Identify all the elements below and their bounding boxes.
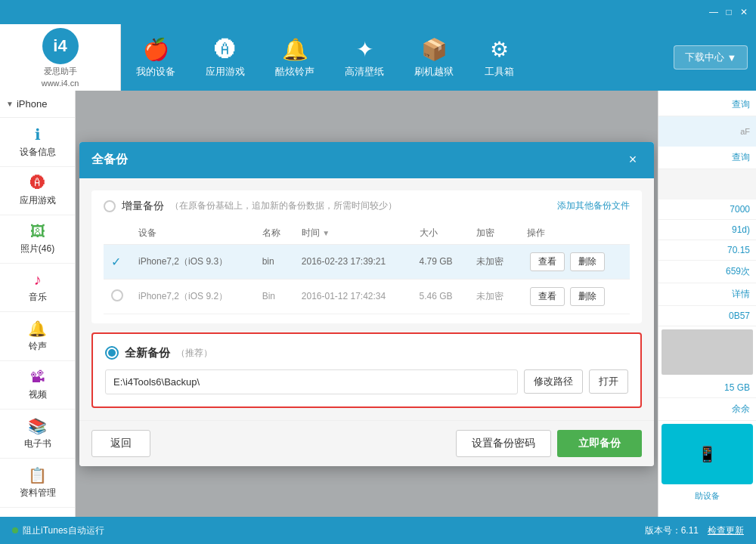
tab-jailbreak[interactable]: 📦 刷机越狱 xyxy=(399,24,469,91)
rp-item-8[interactable]: 0B57 xyxy=(658,306,756,326)
row1-name: bin xyxy=(255,244,294,279)
rp-item-4[interactable]: 91d) xyxy=(658,220,756,240)
tab-apps[interactable]: 🅐 应用游戏 xyxy=(191,24,260,91)
row2-radio[interactable] xyxy=(111,289,123,301)
row1-encrypted: 未加密 xyxy=(469,244,519,279)
modal-dialog: 全备份 × 增量备份 （在原备份基础上，追加新的备份数据，所需时间较少） 添加其… xyxy=(79,142,654,466)
backup-table: 设备 名称 时间 ▼ xyxy=(104,222,630,314)
inc-backup-note: （在原备份基础上，追加新的备份数据，所需时间较少） xyxy=(170,199,397,212)
check-update-button[interactable]: 检查更新 xyxy=(708,524,744,537)
tab-apps-label: 应用游戏 xyxy=(206,65,245,79)
full-backup-header: 全新备份 （推荐） xyxy=(105,346,628,360)
sidebar-device: ▼ iPhone xyxy=(0,91,75,118)
row1-size: 4.79 GB xyxy=(412,244,469,279)
sidebar-item-device-info[interactable]: ℹ 设备信息 xyxy=(0,118,75,167)
tab-my-device[interactable]: 🍎 我的设备 xyxy=(121,24,191,91)
sidebar-device-info-label: 设备信息 xyxy=(20,146,56,159)
rp-item-7[interactable]: 详情 xyxy=(658,283,756,306)
title-bar-controls: — □ ✕ xyxy=(708,6,750,18)
path-area: 修改路径 打开 xyxy=(105,369,628,394)
rp-install-link[interactable]: 助设备 xyxy=(658,487,756,505)
full-backup-radio[interactable] xyxy=(105,346,119,360)
sidebar-apps-label: 应用游戏 xyxy=(20,194,56,207)
tab-ringtones-label: 酷炫铃声 xyxy=(275,65,314,79)
table-row[interactable]: ✓ iPhone7,2（iOS 9.3） bin 2016-02-23 17:3… xyxy=(104,244,630,279)
sidebar-music-icon: ♪ xyxy=(34,271,42,289)
row2-device: iPhone7,2（iOS 9.2） xyxy=(131,279,255,314)
device-info-icon: ℹ xyxy=(35,125,41,144)
modify-path-button[interactable]: 修改路径 xyxy=(524,369,583,394)
rp-ad-1: aF xyxy=(658,116,756,147)
row2-name: Bin xyxy=(255,279,294,314)
sidebar-item-music[interactable]: ♪ 音乐 xyxy=(0,264,75,312)
add-file-link[interactable]: 添加其他备份文件 xyxy=(557,199,630,212)
table-row[interactable]: iPhone7,2（iOS 9.2） Bin 2016-01-12 17:42:… xyxy=(104,279,630,314)
row2-actions: 查看 删除 xyxy=(519,279,630,314)
row2-view-button[interactable]: 查看 xyxy=(530,287,565,306)
full-backup-title: 全新备份 xyxy=(125,346,170,360)
chevron-icon: ▼ xyxy=(6,100,14,108)
sidebar-item-video[interactable]: 📽 视频 xyxy=(0,361,75,410)
jailbreak-icon: 📦 xyxy=(421,37,448,62)
sidebar-ebook-icon: 📚 xyxy=(28,417,47,435)
close-button[interactable]: ✕ xyxy=(738,6,750,18)
maximize-button[interactable]: □ xyxy=(723,6,735,18)
header: i4 爱思助手 www.i4.cn 🍎 我的设备 🅐 应用游戏 🔔 酷炫铃声 ✦… xyxy=(0,24,756,91)
status-right: 版本号：6.11 检查更新 xyxy=(645,524,744,537)
minimize-button[interactable]: — xyxy=(708,6,720,18)
modal-overlay: 全备份 × 增量备份 （在原备份基础上，追加新的备份数据，所需时间较少） 添加其… xyxy=(76,91,658,517)
sidebar-item-photos[interactable]: 🖼 照片(46) xyxy=(0,215,75,264)
row1-delete-button[interactable]: 删除 xyxy=(570,252,605,271)
tab-my-device-label: 我的设备 xyxy=(136,65,175,79)
wallpaper-icon: ✦ xyxy=(356,37,373,62)
apps-icon: 🅐 xyxy=(215,37,236,62)
logo-text: 爱思助手 xyxy=(44,66,77,77)
full-backup-note: （推荐） xyxy=(176,347,212,360)
sidebar-data-mgmt-label: 资料管理 xyxy=(20,487,56,499)
title-bar: — □ ✕ xyxy=(0,0,756,24)
row1-select: ✓ xyxy=(104,244,131,279)
backup-now-button[interactable]: 立即备份 xyxy=(557,430,642,457)
sidebar-photos-icon: 🖼 xyxy=(30,223,45,240)
sidebar-item-data-mgmt[interactable]: 📋 资料管理 xyxy=(0,459,75,508)
open-folder-button[interactable]: 打开 xyxy=(589,369,628,394)
version-text: 版本号：6.11 xyxy=(645,524,699,537)
row1-view-button[interactable]: 查看 xyxy=(530,252,565,271)
main-area: 全备份 × 增量备份 （在原备份基础上，追加新的备份数据，所需时间较少） 添加其… xyxy=(76,91,658,517)
inc-backup-radio[interactable] xyxy=(104,200,116,212)
tab-toolbox[interactable]: ⚙ 工具箱 xyxy=(469,24,529,91)
sidebar-device-label: iPhone xyxy=(17,98,47,110)
row2-delete-button[interactable]: 删除 xyxy=(570,287,605,306)
check-icon: ✓ xyxy=(111,255,121,268)
sidebar-video-icon: 📽 xyxy=(30,369,45,386)
sidebar-item-apps[interactable]: 🅐 应用游戏 xyxy=(0,167,75,215)
tab-ringtones[interactable]: 🔔 酷炫铃声 xyxy=(260,24,330,91)
sidebar-item-ebook[interactable]: 📚 电子书 xyxy=(0,410,75,459)
tab-wallpaper[interactable]: ✦ 高清壁纸 xyxy=(330,24,399,91)
download-arrow-icon: ▼ xyxy=(727,52,737,63)
content-area: ▼ iPhone ℹ 设备信息 🅐 应用游戏 🖼 照片(46) ♪ 音乐 🔔 xyxy=(0,91,756,517)
rp-item-free: 余余 xyxy=(658,398,756,421)
logo-area: i4 爱思助手 www.i4.cn xyxy=(0,24,121,91)
status-dot xyxy=(12,527,18,533)
rp-item-2[interactable]: 查询 xyxy=(658,147,756,169)
rp-promo-banner[interactable]: 📱 xyxy=(662,424,753,484)
row2-select xyxy=(104,279,131,314)
modal-close-button[interactable]: × xyxy=(624,151,642,169)
ringtones-icon: 🔔 xyxy=(282,37,308,62)
backup-path-input[interactable] xyxy=(105,369,518,394)
rp-item-5[interactable]: 70.15 xyxy=(658,240,756,261)
col-size: 大小 xyxy=(412,222,469,245)
modal-content: 增量备份 （在原备份基础上，追加新的备份数据，所需时间较少） 添加其他备份文件 xyxy=(79,178,654,420)
full-backup-section: 全新备份 （推荐） 修改路径 打开 xyxy=(91,332,642,408)
col-select xyxy=(104,222,131,245)
app-window: — □ ✕ i4 爱思助手 www.i4.cn 🍎 我的设备 🅐 应用游戏 🔔 … xyxy=(0,0,756,544)
download-center-button[interactable]: 下载中心 ▼ xyxy=(674,45,748,70)
sidebar-item-file-mgmt[interactable]: 📁 文件管理 xyxy=(0,508,75,517)
rp-item-1[interactable]: 查询 xyxy=(658,94,756,116)
set-password-button[interactable]: 设置备份密码 xyxy=(456,430,551,457)
back-button[interactable]: 返回 xyxy=(91,430,150,457)
rp-item-3[interactable]: 7000 xyxy=(658,199,756,220)
rp-item-6[interactable]: 659次 xyxy=(658,261,756,283)
sidebar-item-ringtones[interactable]: 🔔 铃声 xyxy=(0,312,75,361)
